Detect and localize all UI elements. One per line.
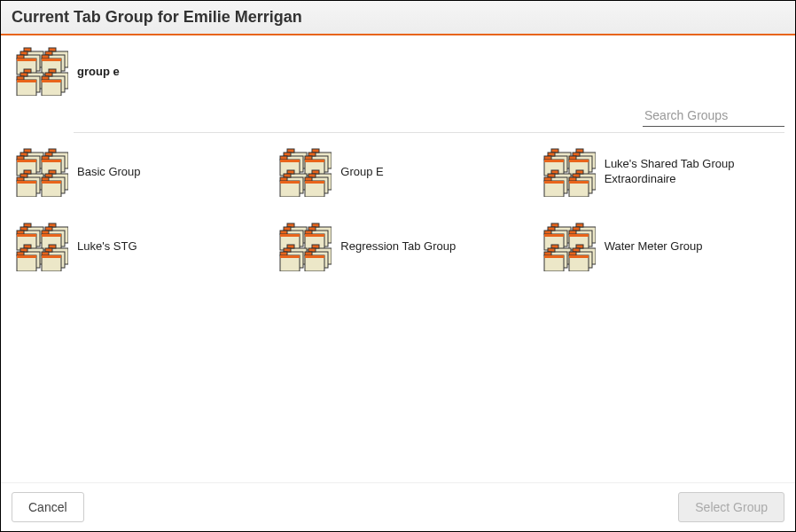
svg-rect-143 bbox=[284, 227, 291, 231]
svg-rect-117 bbox=[17, 231, 24, 234]
svg-rect-160 bbox=[280, 255, 300, 258]
svg-rect-178 bbox=[573, 227, 580, 231]
svg-rect-188 bbox=[544, 255, 564, 258]
svg-rect-176 bbox=[576, 223, 583, 227]
tab-group-icon bbox=[12, 222, 68, 271]
svg-rect-180 bbox=[569, 231, 576, 234]
dialog-content: group e Basic Group bbox=[1, 35, 795, 482]
group-item-lukes-stg[interactable]: Luke's STG bbox=[12, 218, 257, 275]
svg-rect-38 bbox=[45, 153, 52, 156]
svg-rect-20 bbox=[17, 80, 36, 82]
svg-rect-55 bbox=[42, 181, 61, 184]
svg-rect-61 bbox=[280, 156, 287, 160]
tab-group-icon bbox=[539, 147, 596, 197]
svg-rect-73 bbox=[284, 174, 291, 177]
search-input[interactable] bbox=[643, 105, 784, 127]
svg-rect-164 bbox=[308, 248, 316, 252]
svg-rect-68 bbox=[305, 156, 312, 160]
svg-rect-71 bbox=[287, 170, 294, 174]
svg-rect-174 bbox=[544, 234, 564, 237]
svg-rect-50 bbox=[49, 170, 56, 174]
svg-rect-64 bbox=[312, 149, 319, 153]
tab-group-dialog: Current Tab Group for Emilie Merrigan bbox=[0, 0, 796, 532]
search-row bbox=[12, 105, 784, 127]
svg-rect-66 bbox=[308, 153, 316, 156]
svg-rect-90 bbox=[544, 160, 564, 162]
svg-rect-8 bbox=[49, 48, 56, 51]
dialog-header: Current Tab Group for Emilie Merrigan bbox=[1, 1, 795, 35]
svg-rect-185 bbox=[548, 248, 555, 252]
svg-rect-19 bbox=[17, 76, 24, 80]
svg-rect-89 bbox=[544, 156, 551, 160]
svg-rect-171 bbox=[548, 227, 555, 231]
svg-rect-132 bbox=[17, 255, 36, 258]
svg-rect-187 bbox=[544, 252, 551, 255]
svg-rect-41 bbox=[42, 160, 61, 162]
svg-rect-110 bbox=[569, 177, 576, 181]
svg-rect-148 bbox=[312, 223, 319, 227]
svg-rect-6 bbox=[17, 59, 36, 61]
svg-rect-127 bbox=[24, 245, 31, 248]
svg-rect-62 bbox=[280, 160, 300, 162]
svg-rect-150 bbox=[308, 227, 316, 231]
svg-rect-48 bbox=[17, 181, 36, 184]
tab-group-icon bbox=[12, 46, 68, 96]
group-item-basic-group[interactable]: Basic Group bbox=[12, 144, 257, 200]
svg-rect-47 bbox=[17, 177, 24, 181]
svg-rect-43 bbox=[24, 170, 31, 174]
svg-rect-3 bbox=[20, 51, 27, 55]
svg-rect-31 bbox=[20, 153, 27, 156]
svg-rect-141 bbox=[287, 223, 294, 227]
svg-rect-26 bbox=[42, 76, 49, 80]
svg-rect-24 bbox=[45, 73, 52, 76]
svg-rect-131 bbox=[17, 252, 24, 255]
svg-rect-183 bbox=[551, 245, 558, 248]
svg-rect-125 bbox=[42, 234, 61, 237]
select-group-button[interactable]: Select Group bbox=[678, 492, 784, 522]
svg-rect-113 bbox=[24, 223, 31, 227]
svg-rect-167 bbox=[305, 255, 324, 258]
tab-group-icon bbox=[275, 147, 332, 197]
svg-rect-129 bbox=[20, 248, 27, 252]
svg-rect-145 bbox=[280, 231, 287, 234]
svg-rect-192 bbox=[573, 248, 580, 252]
current-group-label: group e bbox=[77, 65, 120, 78]
svg-rect-12 bbox=[42, 55, 49, 59]
svg-rect-138 bbox=[42, 252, 49, 255]
svg-rect-17 bbox=[20, 73, 27, 76]
tab-group-icon bbox=[275, 222, 332, 271]
svg-rect-194 bbox=[569, 252, 576, 255]
svg-rect-52 bbox=[45, 174, 52, 177]
svg-rect-36 bbox=[49, 149, 56, 153]
svg-rect-124 bbox=[42, 231, 49, 234]
dialog-footer: Cancel Select Group bbox=[1, 482, 795, 531]
svg-rect-120 bbox=[49, 223, 56, 227]
svg-rect-59 bbox=[284, 153, 291, 156]
svg-rect-22 bbox=[49, 69, 56, 73]
group-item-group-e[interactable]: Group E bbox=[275, 144, 520, 200]
svg-rect-152 bbox=[305, 231, 312, 234]
svg-rect-54 bbox=[42, 177, 49, 181]
svg-rect-108 bbox=[573, 174, 580, 177]
svg-rect-195 bbox=[569, 255, 589, 258]
svg-rect-78 bbox=[312, 170, 319, 174]
svg-rect-33 bbox=[17, 156, 24, 160]
svg-rect-106 bbox=[576, 170, 583, 174]
current-group-row: group e bbox=[12, 46, 784, 96]
svg-rect-153 bbox=[305, 234, 324, 237]
group-item-water-meter-group[interactable]: Water Meter Group bbox=[539, 218, 784, 275]
svg-rect-162 bbox=[312, 245, 319, 248]
group-item-regression-tab-group[interactable]: Regression Tab Group bbox=[275, 218, 520, 275]
svg-rect-75 bbox=[280, 177, 287, 181]
tab-group-icon bbox=[12, 147, 68, 197]
svg-rect-99 bbox=[551, 170, 558, 174]
svg-rect-29 bbox=[24, 149, 31, 153]
svg-rect-27 bbox=[42, 80, 61, 82]
svg-rect-103 bbox=[544, 177, 551, 181]
group-item-label: Water Meter Group bbox=[605, 239, 703, 254]
svg-rect-92 bbox=[576, 149, 583, 153]
svg-rect-190 bbox=[576, 245, 583, 248]
cancel-button[interactable]: Cancel bbox=[12, 492, 84, 522]
svg-rect-139 bbox=[42, 255, 61, 258]
group-item-lukes-shared-tab-group-extraordinaire[interactable]: Luke's Shared Tab Group Extraordinaire bbox=[539, 144, 784, 200]
